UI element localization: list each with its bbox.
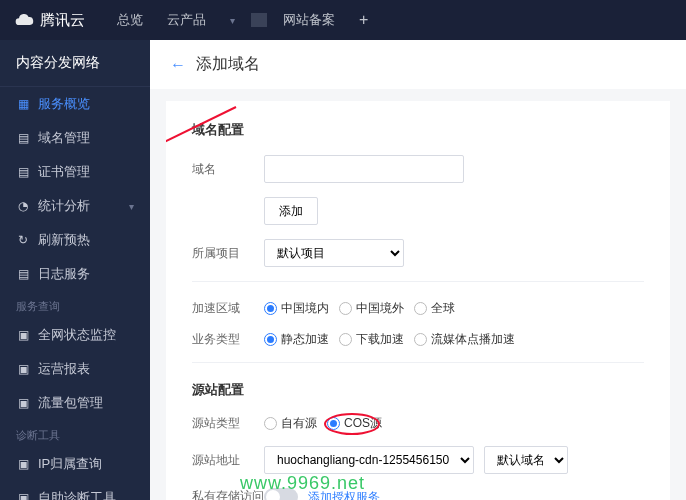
page-title: 添加域名 [196, 54, 260, 75]
log-icon: ▤ [16, 267, 30, 281]
radio-biz-download[interactable]: 下载加速 [339, 331, 404, 348]
sidebar-item-cert[interactable]: ▤证书管理 [0, 155, 150, 189]
back-icon[interactable]: ← [170, 56, 186, 74]
brand-logo[interactable]: 腾讯云 [14, 10, 85, 30]
radio-origin-cos[interactable]: COS源 [327, 415, 382, 432]
select-origin-addr[interactable]: huochangliang-cdn-1255456150（ap-gu [264, 446, 474, 474]
toggle-private[interactable] [264, 488, 298, 500]
form-panel: 域名配置 域名 添加 所属项目 默认项目 加速区域 中国境内 中国境外 全球 [166, 101, 670, 500]
sidebar-item-refresh[interactable]: ↻刷新预热 [0, 223, 150, 257]
chevron-down-icon: ▾ [129, 201, 134, 212]
select-project[interactable]: 默认项目 [264, 239, 404, 267]
nav-divider [251, 13, 267, 27]
add-icon[interactable]: + [351, 11, 376, 29]
section-origin-config: 源站配置 [192, 381, 644, 399]
label-origin-type: 源站类型 [192, 415, 264, 432]
report-icon: ▣ [16, 362, 30, 376]
link-add-auth[interactable]: 添加授权服务 [308, 489, 380, 501]
chevron-down-icon: ▾ [222, 15, 243, 26]
sidebar-item-report[interactable]: ▣运营报表 [0, 352, 150, 386]
sidebar-item-stats[interactable]: ◔统计分析▾ [0, 189, 150, 223]
radio-biz-vod[interactable]: 流媒体点播加速 [414, 331, 515, 348]
grid-icon: ▦ [16, 97, 30, 111]
cert-icon: ▤ [16, 165, 30, 179]
input-domain[interactable] [264, 155, 464, 183]
chart-icon: ◔ [16, 199, 30, 213]
label-domain: 域名 [192, 161, 264, 178]
add-button[interactable]: 添加 [264, 197, 318, 225]
sidebar-group-query: 服务查询 [0, 291, 150, 318]
label-region: 加速区域 [192, 300, 264, 317]
top-bar: 腾讯云 总览 云产品 ▾ 网站备案 + [0, 0, 686, 40]
select-origin-domain-type[interactable]: 默认域名 [484, 446, 568, 474]
cloud-icon [14, 10, 34, 30]
top-nav: 总览 云产品 ▾ 网站备案 + [109, 11, 376, 29]
label-private: 私有存储访问 [192, 488, 264, 500]
monitor-icon: ▣ [16, 328, 30, 342]
label-project: 所属项目 [192, 245, 264, 262]
refresh-icon: ↻ [16, 233, 30, 247]
radio-region-cn[interactable]: 中国境内 [264, 300, 329, 317]
sidebar: 内容分发网络 ▦服务概览 ▤域名管理 ▤证书管理 ◔统计分析▾ ↻刷新预热 ▤日… [0, 40, 150, 500]
brand-text: 腾讯云 [40, 11, 85, 30]
sidebar-item-domain[interactable]: ▤域名管理 [0, 121, 150, 155]
label-biztype: 业务类型 [192, 331, 264, 348]
section-domain-config: 域名配置 [192, 121, 644, 139]
radio-region-overseas[interactable]: 中国境外 [339, 300, 404, 317]
main-content: ← 添加域名 域名配置 域名 添加 所属项目 默认项目 [150, 40, 686, 500]
sidebar-item-traffic[interactable]: ▣流量包管理 [0, 386, 150, 420]
sidebar-item-selfdiag[interactable]: ▣自助诊断工具 [0, 481, 150, 500]
radio-biz-static[interactable]: 静态加速 [264, 331, 329, 348]
radio-region-global[interactable]: 全球 [414, 300, 455, 317]
page-header: ← 添加域名 [150, 40, 686, 89]
sidebar-item-netstatus[interactable]: ▣全网状态监控 [0, 318, 150, 352]
tool-icon: ▣ [16, 491, 30, 500]
nav-overview[interactable]: 总览 [109, 11, 151, 29]
label-origin-addr: 源站地址 [192, 452, 264, 469]
sidebar-title: 内容分发网络 [0, 40, 150, 87]
sidebar-item-logs[interactable]: ▤日志服务 [0, 257, 150, 291]
nav-products[interactable]: 云产品 [159, 11, 214, 29]
sidebar-item-ip[interactable]: ▣IP归属查询 [0, 447, 150, 481]
package-icon: ▣ [16, 396, 30, 410]
list-icon: ▤ [16, 131, 30, 145]
ip-icon: ▣ [16, 457, 30, 471]
sidebar-item-overview[interactable]: ▦服务概览 [0, 87, 150, 121]
nav-beian[interactable]: 网站备案 [275, 11, 343, 29]
sidebar-group-diag: 诊断工具 [0, 420, 150, 447]
radio-origin-own[interactable]: 自有源 [264, 415, 317, 432]
